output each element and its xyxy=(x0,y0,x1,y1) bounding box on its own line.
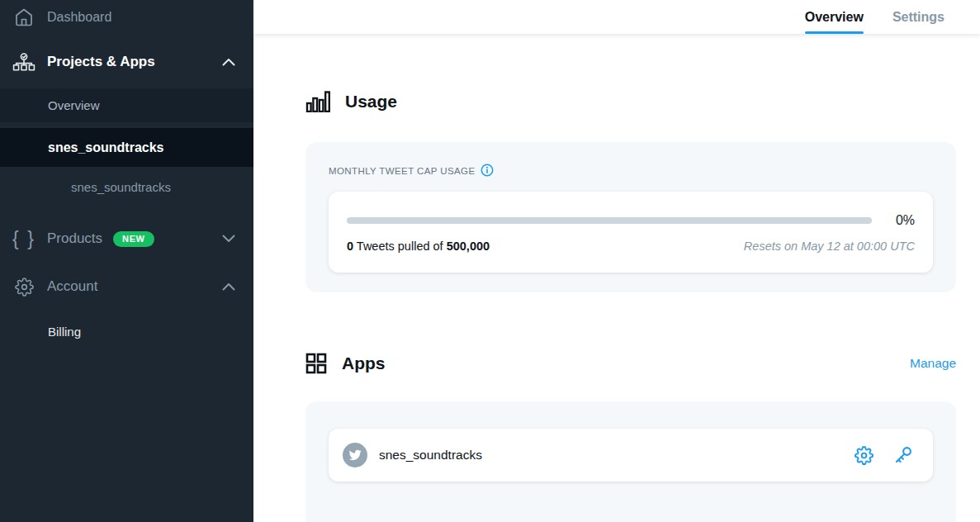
sidebar: Dashboard Projects & Apps xyxy=(0,0,253,522)
tweets-pulled-count: 0 xyxy=(347,240,353,253)
new-badge: NEW xyxy=(113,231,154,247)
tweet-cap-progress-row: 0% xyxy=(347,213,915,228)
app-card[interactable]: snes_soundtracks xyxy=(329,429,933,482)
tab-overview[interactable]: Overview xyxy=(805,0,864,34)
sidebar-item-label: snes_soundtracks xyxy=(71,180,171,194)
apps-panel: snes_soundtracks xyxy=(305,401,956,522)
tweet-cap-label: MONTHLY TWEET CAP USAGE xyxy=(329,166,475,176)
usage-section-header: Usage xyxy=(305,91,956,112)
sidebar-item-project-selected[interactable]: snes_soundtracks xyxy=(0,128,253,167)
main-area: Overview Settings Usage xyxy=(253,0,980,522)
apps-section-header: Apps Manage xyxy=(305,353,956,374)
sidebar-item-account[interactable]: Account xyxy=(0,268,253,305)
main-content: Usage MONTHLY TWEET CAP USAGE xyxy=(253,34,980,522)
tweets-pulled-text: 0 Tweets pulled of 500,000 xyxy=(347,240,490,253)
gear-icon xyxy=(12,278,36,297)
sidebar-item-billing[interactable]: Billing xyxy=(0,313,253,349)
apps-section-title: Apps xyxy=(342,354,386,373)
tweet-cap-card: 0% 0 Tweets pulled of 500,000 Resets on … xyxy=(329,192,933,273)
sidebar-item-label: Dashboard xyxy=(47,10,111,25)
info-icon[interactable] xyxy=(481,164,494,178)
tweet-cap-label-row: MONTHLY TWEET CAP USAGE xyxy=(329,164,933,178)
sidebar-item-label: snes_soundtracks xyxy=(48,140,164,155)
sitemap-icon xyxy=(12,53,36,72)
tab-label: Overview xyxy=(805,10,864,25)
app-card-actions xyxy=(855,445,913,466)
home-icon xyxy=(12,7,36,27)
sidebar-item-projects-apps[interactable]: Projects & Apps xyxy=(0,45,253,79)
chevron-down-icon xyxy=(222,235,235,243)
tab-settings[interactable]: Settings xyxy=(892,0,944,34)
tweet-cap-panel: MONTHLY TWEET CAP USAGE xyxy=(305,142,956,292)
tweet-cap-percent: 0% xyxy=(872,213,915,228)
tweet-cap-total: 500,000 xyxy=(447,240,490,253)
cap-reset-text: Resets on May 12 at 00:00 UTC xyxy=(744,240,915,253)
usage-section-title: Usage xyxy=(345,92,397,112)
sidebar-item-label: Billing xyxy=(48,325,81,339)
developer-portal-window: Dashboard Projects & Apps xyxy=(0,0,980,522)
tweets-pulled-middle: Tweets pulled of xyxy=(353,240,447,253)
sidebar-item-products[interactable]: { } Products NEW xyxy=(0,221,253,257)
app-settings-gear-icon[interactable] xyxy=(855,446,873,465)
sidebar-item-label: Account xyxy=(47,278,97,295)
chevron-up-icon xyxy=(222,58,235,66)
bar-chart-icon xyxy=(305,91,330,112)
sidebar-item-label: Overview xyxy=(48,98,100,112)
twitter-bird-icon xyxy=(343,443,367,467)
sidebar-item-overview[interactable]: Overview xyxy=(0,88,253,122)
sidebar-item-app[interactable]: snes_soundtracks xyxy=(0,167,253,207)
braces-icon: { } xyxy=(12,230,36,249)
top-tab-bar: Overview Settings xyxy=(253,0,980,34)
sidebar-item-dashboard[interactable]: Dashboard xyxy=(0,0,253,35)
app-card-name: snes_soundtracks xyxy=(379,448,482,463)
tab-label: Settings xyxy=(892,10,944,25)
sidebar-item-label: Projects & Apps xyxy=(47,54,155,70)
tweet-cap-progress-track xyxy=(347,217,872,224)
chevron-up-icon xyxy=(222,282,235,291)
manage-apps-link[interactable]: Manage xyxy=(910,356,956,371)
app-keys-key-icon[interactable] xyxy=(892,445,913,466)
sidebar-item-label: Products xyxy=(47,230,102,247)
grid-icon xyxy=(305,353,327,374)
tweet-cap-text-row: 0 Tweets pulled of 500,000 Resets on May… xyxy=(347,240,915,253)
